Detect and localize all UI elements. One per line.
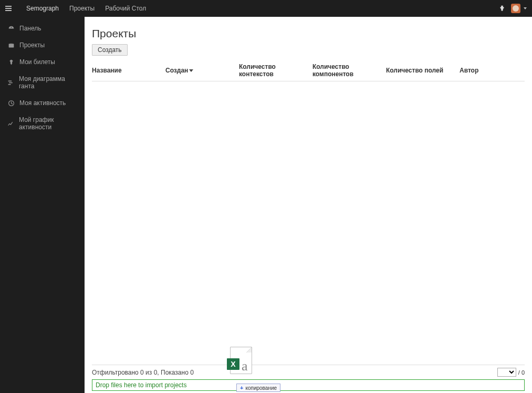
projects-table: Название Создан Количество контекстов Ко… [92,60,525,81]
create-button[interactable]: Создать [92,44,128,56]
user-menu[interactable] [511,4,527,13]
sidebar-item-tickets[interactable]: Мои билеты [0,54,85,70]
menu-toggle-icon[interactable] [5,4,14,13]
plug-icon[interactable] [498,5,506,12]
col-contexts[interactable]: Количество контекстов [239,60,312,81]
sidebar-item-label: Панель [19,25,41,32]
sidebar-item-panel[interactable]: Панель [0,20,85,37]
sort-desc-icon [188,67,193,74]
dropzone[interactable]: Drop files here to import projects [92,379,525,391]
page-select[interactable] [497,368,516,377]
content: Проекты Создать Название Создан Количест… [85,17,532,393]
table-footer: Отфильтровано 0 из 0, Показано 0 / 0 [92,365,525,378]
sidebar-item-label: Моя диаграмма ганта [19,75,77,90]
chart-icon [7,120,14,127]
avatar [511,4,520,13]
col-created[interactable]: Создан [165,60,239,81]
nav-link-desktop[interactable]: Рабочий Стол [100,5,151,12]
sidebar-item-activity-chart[interactable]: Мой график активности [0,111,85,136]
col-components[interactable]: Количество компонентов [312,60,386,81]
briefcase-icon [7,42,15,49]
gantt-icon [7,79,14,86]
page-title: Проекты [92,27,525,40]
filter-status: Отфильтровано 0 из 0, Показано 0 [92,369,194,376]
svg-rect-0 [8,80,12,81]
sidebar-item-label: Проекты [19,42,45,49]
sidebar-item-label: Мои билеты [19,58,55,66]
clock-icon [7,99,15,107]
pager: / 0 [497,368,525,377]
pin-icon [7,58,15,66]
sidebar-item-projects[interactable]: Проекты [0,37,85,54]
svg-rect-2 [8,84,11,85]
col-fields[interactable]: Количество полей [386,60,460,81]
sidebar: Панель Проекты Мои билеты Моя диаграмма … [0,17,85,393]
sidebar-item-label: Моя активность [19,99,66,107]
page-total: / 0 [518,369,525,376]
svg-rect-1 [9,82,13,83]
navbar: Semograph Проекты Рабочий Стол [0,0,532,17]
sidebar-item-activity[interactable]: Моя активность [0,95,85,111]
col-name[interactable]: Название [92,60,165,81]
sidebar-item-label: Мой график активности [19,116,77,131]
brand-link[interactable]: Semograph [21,5,64,12]
col-author[interactable]: Автор [460,60,525,81]
nav-link-projects[interactable]: Проекты [64,5,100,12]
sidebar-item-gantt[interactable]: Моя диаграмма ганта [0,70,85,95]
dashboard-icon [7,25,15,32]
